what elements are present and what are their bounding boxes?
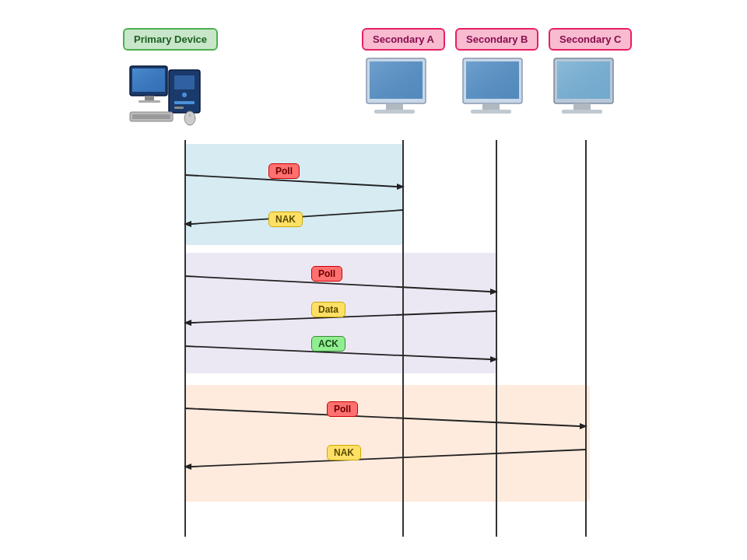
- svg-rect-11: [132, 114, 170, 119]
- svg-point-12: [184, 111, 195, 125]
- diagram-container: Primary Device Secondary A Secondary B S…: [0, 0, 747, 560]
- secondary-c-icon: [550, 54, 620, 131]
- svg-rect-27: [573, 103, 591, 110]
- svg-rect-7: [132, 68, 165, 92]
- svg-rect-4: [174, 107, 184, 109]
- band-blue: [185, 144, 403, 245]
- svg-rect-28: [562, 110, 602, 114]
- msg-label-data1: Data: [311, 302, 345, 317]
- svg-rect-9: [139, 100, 160, 103]
- svg-rect-1: [174, 75, 195, 89]
- label-secondary-a: Secondary A: [362, 28, 445, 51]
- label-secondary-b: Secondary B: [455, 28, 538, 51]
- secondary-b-icon: [459, 54, 529, 131]
- label-secondary-c: Secondary C: [549, 28, 632, 51]
- svg-rect-17: [386, 103, 403, 110]
- svg-rect-18: [374, 110, 415, 114]
- msg-label-nak1: NAK: [268, 212, 303, 227]
- svg-rect-3: [174, 101, 195, 104]
- band-peach: [185, 385, 590, 502]
- label-primary: Primary Device: [123, 28, 218, 51]
- svg-point-2: [182, 93, 187, 97]
- msg-label-ack1: ACK: [311, 336, 345, 352]
- secondary-a-icon: [363, 54, 433, 131]
- msg-label-poll3: Poll: [327, 401, 358, 417]
- msg-label-poll1: Poll: [268, 163, 300, 179]
- svg-rect-26: [557, 61, 610, 99]
- msg-label-poll2: Poll: [311, 266, 342, 282]
- msg-label-nak2: NAK: [327, 445, 361, 460]
- svg-rect-21: [466, 61, 519, 99]
- svg-rect-16: [370, 61, 423, 99]
- primary-device-icon: [126, 54, 212, 143]
- svg-rect-23: [471, 110, 511, 114]
- svg-rect-22: [482, 103, 500, 110]
- svg-rect-8: [145, 96, 154, 100]
